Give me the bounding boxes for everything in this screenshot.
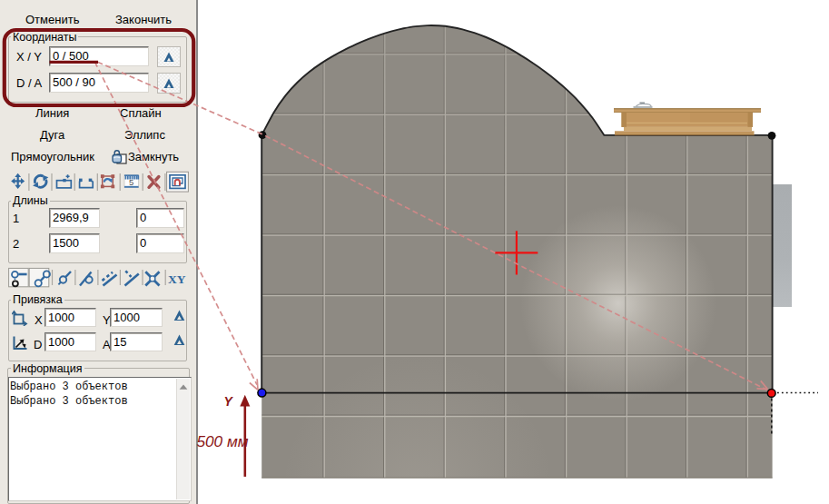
svg-text:Y: Y [224, 394, 234, 409]
svg-text:XY: XY [168, 272, 186, 286]
svg-text:500 мм: 500 мм [197, 432, 249, 450]
svg-text:5: 5 [129, 177, 133, 187]
